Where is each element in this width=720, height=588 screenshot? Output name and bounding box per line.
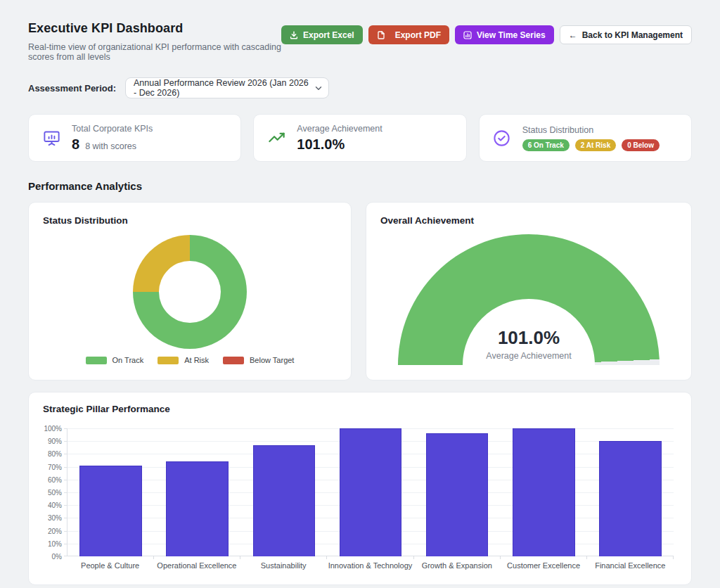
selected-period: Annual Performance Review 2026 (Jan 2026… <box>134 78 312 98</box>
stat-title: Status Distribution <box>522 125 660 135</box>
performance-analytics-heading: Performance Analytics <box>28 180 692 192</box>
status-badge: 0 Below <box>622 139 660 151</box>
y-axis-tick-label: 70% <box>48 463 62 471</box>
bar-slot <box>327 428 413 556</box>
legend-swatch <box>223 357 244 364</box>
page-subtitle: Real-time view of organizational KPI per… <box>28 42 281 62</box>
button-label: Export Excel <box>303 30 354 40</box>
donut-legend: On TrackAt RiskBelow Target <box>43 356 337 364</box>
achievement-gauge-chart: 101.0% Average Achievement <box>398 234 660 365</box>
y-axis-tick-label: 50% <box>48 489 62 497</box>
button-label: Export PDF <box>395 30 441 40</box>
legend-label: On Track <box>112 356 144 364</box>
bar-slot <box>501 428 587 556</box>
bar-financial-excellence <box>599 441 662 556</box>
button-label: Back to KPI Management <box>582 30 683 40</box>
view-time-series-button[interactable]: View Time Series <box>455 25 554 44</box>
status-distribution-card: Status Distribution On TrackAt RiskBelow… <box>28 202 352 381</box>
assessment-period-select[interactable]: Annual Performance Review 2026 (Jan 2026… <box>125 77 329 98</box>
export-pdf-button[interactable]: Export PDF <box>368 25 449 44</box>
y-axis-tick-label: 0% <box>52 553 62 561</box>
button-label: View Time Series <box>477 30 546 40</box>
x-axis-label: Operational Excellence <box>153 561 240 570</box>
legend-item[interactable]: Below Target <box>223 356 294 364</box>
stat-content: Average Achievement 101.0% <box>297 124 382 153</box>
legend-item[interactable]: At Risk <box>158 356 209 364</box>
bar-slot <box>68 428 154 556</box>
file-icon <box>377 31 385 39</box>
chevron-down-icon <box>312 83 322 93</box>
x-axis-label: Customer Excellence <box>500 561 586 570</box>
stat-content: Status Distribution 6 On Track2 At Risk0… <box>522 125 660 151</box>
y-axis-tick-label: 80% <box>48 450 62 458</box>
header: Executive KPI Dashboard Real-time view o… <box>28 17 692 62</box>
x-axis-label: Financial Excellence <box>587 561 674 570</box>
stat-sub: 8 with scores <box>85 141 136 151</box>
stat-value: 101.0% <box>297 136 345 153</box>
export-excel-button[interactable]: Export Excel <box>281 25 363 44</box>
download-icon <box>290 31 298 39</box>
legend-swatch <box>158 357 179 364</box>
status-badge: 6 On Track <box>522 139 570 151</box>
back-to-kpi-management-button[interactable]: ← Back to KPI Management <box>560 25 692 44</box>
chart-title: Strategic Pillar Performance <box>43 404 674 414</box>
stat-value: 8 <box>72 136 79 153</box>
x-axis-label: Innovation & Technology <box>327 561 413 570</box>
page-title: Executive KPI Dashboard <box>28 21 281 36</box>
left-arrow-icon: ← <box>569 30 577 40</box>
stat-content: Total Corporate KPIs 8 8 with scores <box>72 124 153 153</box>
overall-achievement-card: Overall Achievement 101.0% Average Achie… <box>366 202 692 381</box>
bar-growth-expansion <box>426 433 489 556</box>
chart-title: Status Distribution <box>43 215 337 226</box>
y-axis-tick-label: 20% <box>48 527 62 535</box>
status-badge: 2 At Risk <box>575 139 616 151</box>
header-actions: Export Excel Export PDF View Time Series… <box>281 25 692 44</box>
gauge-wrap: 101.0% Average Achievement <box>380 234 677 365</box>
trending-up-icon <box>266 128 286 148</box>
charts-row: Status Distribution On TrackAt RiskBelow… <box>28 202 692 381</box>
x-axis-label: Growth & Expansion <box>413 561 500 570</box>
x-axis-labels: People & CultureOperational ExcellenceSu… <box>67 561 674 570</box>
stat-title: Average Achievement <box>297 124 382 134</box>
presentation-chart-icon <box>41 128 61 148</box>
y-axis-tick-label: 100% <box>44 425 62 433</box>
bar-slot <box>414 428 501 556</box>
filter-row: Assessment Period: Annual Performance Re… <box>28 77 692 98</box>
y-axis-tick-label: 40% <box>48 501 62 509</box>
legend-label: Below Target <box>250 356 294 364</box>
y-axis: 0%10%20%30%40%50%60%70%80%90%100% <box>43 428 67 556</box>
stat-card-status-distribution: Status Distribution 6 On Track2 At Risk0… <box>479 114 692 162</box>
bar-slot <box>240 428 327 556</box>
assessment-period-label: Assessment Period: <box>28 83 116 94</box>
bars <box>68 428 674 556</box>
y-axis-tick-label: 10% <box>48 539 62 547</box>
legend-label: At Risk <box>184 356 209 364</box>
legend-swatch <box>86 357 107 364</box>
stat-card-average-achievement: Average Achievement 101.0% <box>253 114 466 162</box>
bar-sustainability <box>253 445 316 556</box>
bar-innovation-technology <box>340 428 402 556</box>
check-circle-icon <box>492 128 512 148</box>
stat-card-total-kpis: Total Corporate KPIs 8 8 with scores <box>28 114 241 162</box>
stat-title: Total Corporate KPIs <box>72 124 153 134</box>
bar-customer-excellence <box>513 428 575 556</box>
status-donut-chart <box>133 235 247 349</box>
header-text: Executive KPI Dashboard Real-time view o… <box>28 17 281 62</box>
pillar-performance-card: Strategic Pillar Performance 0%10%20%30%… <box>28 392 692 585</box>
plot-area <box>67 428 674 556</box>
dashboard-page: Executive KPI Dashboard Real-time view o… <box>0 0 720 588</box>
x-axis-label: People & Culture <box>67 561 153 570</box>
stats-row: Total Corporate KPIs 8 8 with scores Ave… <box>28 114 692 162</box>
y-axis-tick-label: 60% <box>48 475 62 483</box>
y-axis-tick-label: 90% <box>48 437 62 445</box>
bar-slot <box>587 428 674 556</box>
legend-item[interactable]: On Track <box>86 356 144 364</box>
gauge-sub-label: Average Achievement <box>486 351 571 361</box>
gauge-center: 101.0% Average Achievement <box>463 299 595 365</box>
pillar-bar-chart: 0%10%20%30%40%50%60%70%80%90%100% <box>43 428 674 556</box>
bar-operational-excellence <box>166 461 229 556</box>
bar-slot <box>154 428 240 556</box>
bar-people-culture <box>79 466 142 556</box>
status-badges: 6 On Track2 At Risk0 Below <box>522 139 660 151</box>
y-axis-tick-label: 30% <box>48 514 62 522</box>
